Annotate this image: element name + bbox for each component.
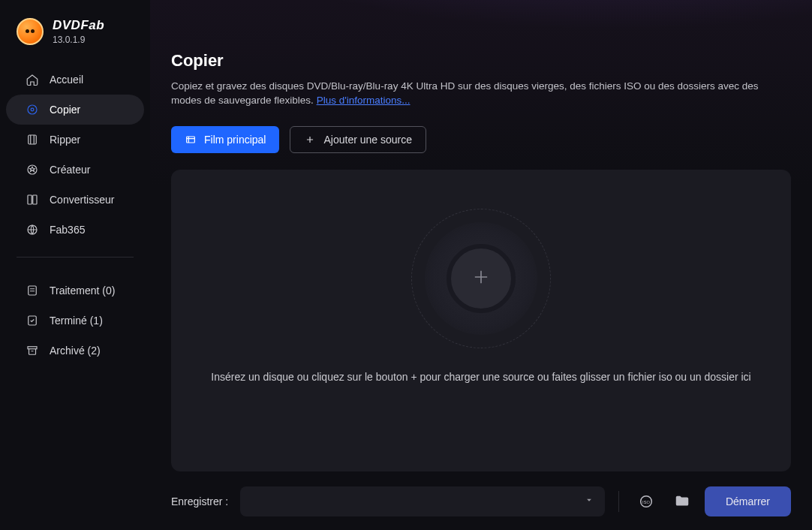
action-bar: Film principal Ajouter une source xyxy=(171,126,791,153)
drop-hint-text: Insérez un disque ou cliquez sur le bout… xyxy=(188,371,773,419)
sidebar-item-label: Terminé (1) xyxy=(50,315,103,327)
home-icon xyxy=(26,73,39,86)
film-icon xyxy=(185,134,197,146)
button-label: Ajouter une source xyxy=(323,134,412,146)
convert-icon xyxy=(26,193,39,206)
archive-icon xyxy=(26,344,39,357)
app-logo xyxy=(17,18,44,45)
sidebar-item-processing[interactable]: Traitement (0) xyxy=(6,276,144,306)
drop-ring xyxy=(425,222,537,335)
folder-button[interactable] xyxy=(669,488,696,515)
sidebar-item-label: Archivé (2) xyxy=(50,345,101,357)
secondary-nav: Traitement (0) Terminé (1) Archivé (2) xyxy=(0,276,150,366)
sidebar-item-label: Accueil xyxy=(50,74,83,86)
plus-icon xyxy=(471,267,492,291)
svg-rect-8 xyxy=(29,286,37,295)
sidebar-item-label: Copier xyxy=(50,104,80,116)
sidebar: DVDFab 13.0.1.9 Accueil Copier xyxy=(0,0,150,530)
sidebar-divider xyxy=(17,257,134,257)
button-label: Film principal xyxy=(204,134,266,146)
sidebar-item-archived[interactable]: Archivé (2) xyxy=(6,336,144,366)
svg-rect-11 xyxy=(187,137,195,143)
iso-button[interactable]: ISO xyxy=(633,488,660,515)
brand-name: DVDFab xyxy=(53,18,104,33)
add-source-button[interactable]: Ajouter une source xyxy=(290,126,426,153)
sidebar-item-finished[interactable]: Terminé (1) xyxy=(6,306,144,336)
chevron-down-icon xyxy=(584,495,594,508)
globe-icon xyxy=(26,223,39,236)
sidebar-item-label: Ripper xyxy=(50,134,80,146)
sidebar-item-label: Fab365 xyxy=(50,224,85,236)
disc-icon xyxy=(26,103,39,116)
star-icon xyxy=(26,163,39,176)
main-movie-button[interactable]: Film principal xyxy=(171,126,279,153)
branding: DVDFab 13.0.1.9 xyxy=(0,15,150,59)
svg-rect-6 xyxy=(33,195,37,204)
sidebar-item-convert[interactable]: Convertisseur xyxy=(6,185,144,215)
more-info-link[interactable]: Plus d'informations... xyxy=(317,95,411,106)
primary-nav: Accueil Copier Ripper Créateur xyxy=(0,65,150,245)
save-to-label: Enregistrer : xyxy=(171,495,228,507)
svg-rect-10 xyxy=(28,347,37,349)
sidebar-item-creator[interactable]: Créateur xyxy=(6,155,144,185)
divider xyxy=(618,491,619,512)
page-description: Copiez et gravez des disques DVD/Blu-ray… xyxy=(171,80,786,108)
svg-text:ISO: ISO xyxy=(642,500,650,504)
start-button[interactable]: Démarrer xyxy=(705,486,791,516)
svg-rect-3 xyxy=(29,135,37,144)
footer-bar: Enregistrer : ISO Démarrer xyxy=(171,486,791,516)
drop-zone[interactable]: Insérez un disque ou cliquez sur le bout… xyxy=(171,170,791,471)
cut-icon xyxy=(26,133,39,146)
drop-add-button[interactable] xyxy=(447,244,516,313)
page-title: Copier xyxy=(171,51,791,71)
brand-version: 13.0.1.9 xyxy=(53,35,104,45)
sidebar-item-ripper[interactable]: Ripper xyxy=(6,125,144,155)
sidebar-item-label: Créateur xyxy=(50,164,90,176)
plus-icon xyxy=(304,134,316,146)
svg-point-2 xyxy=(31,108,34,111)
sidebar-item-home[interactable]: Accueil xyxy=(6,65,144,95)
task-icon xyxy=(26,284,39,297)
save-destination-select[interactable] xyxy=(240,486,605,516)
sidebar-item-copy[interactable]: Copier xyxy=(6,95,144,125)
sidebar-item-fab365[interactable]: Fab365 xyxy=(6,215,144,245)
page-header: Copier Copiez et gravez des disques DVD/… xyxy=(171,0,791,108)
check-icon xyxy=(26,314,39,327)
main-content: Copier Copiez et gravez des disques DVD/… xyxy=(150,0,812,530)
sidebar-item-label: Traitement (0) xyxy=(50,285,115,297)
svg-point-1 xyxy=(28,105,37,114)
sidebar-item-label: Convertisseur xyxy=(50,194,114,206)
svg-rect-5 xyxy=(28,195,32,204)
